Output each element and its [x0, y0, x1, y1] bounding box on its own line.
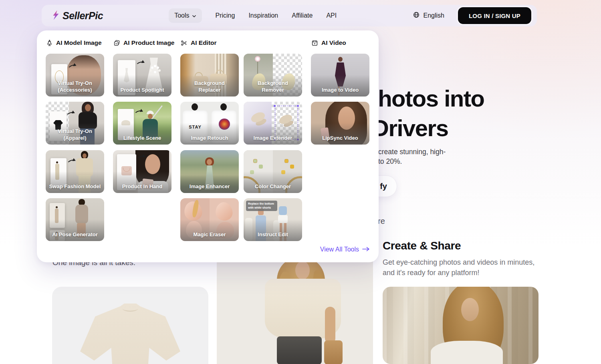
category-label: AI Editor: [191, 39, 217, 46]
model-face: [83, 153, 87, 158]
language-label: English: [423, 12, 444, 19]
mannequin-icon: [46, 40, 53, 46]
tool-label: Swap Fashion Model: [46, 183, 104, 190]
flower-stem: [257, 60, 258, 74]
flower: [255, 56, 260, 62]
tool-card-background-replacer[interactable]: Background Replacer: [180, 54, 239, 97]
tool-card-virtual-try-on-accessories[interactable]: Virtual Try-On (Accessories): [46, 54, 104, 97]
nav-tools-label: Tools: [174, 12, 189, 19]
bolt-icon: [52, 10, 60, 22]
golfer-head: [148, 114, 153, 119]
tool-label: Image Extender: [244, 135, 302, 142]
nav-item-tools[interactable]: Tools: [169, 8, 202, 23]
logo[interactable]: SellerPic: [52, 10, 103, 22]
beanie-head: [220, 103, 227, 111]
tool-label: Product Spotlight: [113, 87, 171, 94]
header: SellerPic Tools Pricing Inspiration Affi…: [42, 5, 537, 26]
tool-card-image-extender[interactable]: Image Extender: [244, 102, 302, 145]
page: Photos into Drivers create stunning, hig…: [0, 0, 601, 364]
nav-item-inspiration[interactable]: Inspiration: [248, 12, 278, 19]
blouse-graphic: [80, 304, 180, 364]
tool-card-image-to-video[interactable]: Image to Video: [311, 54, 369, 97]
model-face: [461, 298, 479, 321]
hero-subtext-line2: to 20%.: [378, 157, 402, 166]
tool-card-magic-eraser[interactable]: Magic Eraser: [180, 198, 239, 241]
globe-icon: [413, 11, 420, 20]
tool-card-ai-pose-generator[interactable]: AI Pose Generator: [46, 198, 104, 241]
transfer-arrow-icon: [136, 60, 147, 68]
tool-label: Lifestyle Scene: [113, 135, 171, 142]
category-label: AI Video: [321, 39, 346, 46]
tool-card-lifestyle-scene[interactable]: Lifestyle Scene: [113, 102, 171, 145]
login-signup-button[interactable]: LOG IN / SIGN UP: [458, 7, 531, 24]
tool-label: Virtual Try-On (Accessories): [46, 80, 104, 94]
green-gems: [253, 159, 257, 163]
tool-label: Image Retouch: [180, 135, 239, 142]
nav-item-api[interactable]: API: [326, 12, 337, 19]
hero-heading-line1: Photos into: [363, 85, 484, 112]
tool-card-image-retouch[interactable]: STAY Image Retouch: [180, 102, 239, 145]
category-ai-video: AI Video: [311, 39, 346, 46]
tool-label: Background Remover: [244, 80, 302, 94]
tool-card-product-in-hand[interactable]: Product In Hand: [113, 150, 171, 193]
tool-label: Virtual Try-On (Apparel): [46, 128, 104, 142]
selection-handle: [297, 105, 299, 107]
view-all-label: View All Tools: [320, 246, 359, 253]
category-ai-editor: AI Editor: [181, 39, 217, 46]
tool-label: Instruct Edit: [244, 231, 302, 238]
category-ai-model-image: AI Model Image: [46, 39, 102, 46]
tool-label: AI Pose Generator: [46, 231, 104, 238]
category-label: AI Product Image: [123, 39, 174, 46]
model-face: [207, 159, 212, 165]
category-ai-product-image: AI Product Image: [113, 39, 174, 46]
yellow-gems: [284, 159, 288, 163]
tool-label: Image to Video: [311, 87, 369, 94]
model-photo-right: [383, 287, 538, 364]
hero-subtext-line1: create stunning, high-: [378, 148, 446, 156]
tools-dropdown-menu: AI Model Image AI Product Image AI Edi: [37, 30, 379, 262]
arrow-right-icon: [362, 246, 370, 253]
tool-card-image-enhancer[interactable]: Image Enhancer: [180, 150, 239, 193]
view-all-tools-link[interactable]: View All Tools: [320, 246, 370, 253]
model-bag: [324, 340, 343, 364]
product-blouse-image: [52, 287, 208, 364]
tool-label: Color Changer: [244, 183, 302, 190]
model-face: [295, 261, 310, 280]
model-photo-center: [217, 259, 373, 364]
selection-handle: [274, 105, 276, 107]
video-icon: [311, 40, 318, 46]
model-sweater: [431, 341, 503, 364]
scissors-icon: [181, 40, 188, 46]
tool-card-instruct-edit[interactable]: Replace the bottom with white shorts Ins…: [244, 198, 302, 241]
model-jeans: [277, 336, 322, 364]
chevron-down-icon: [192, 12, 196, 19]
header-right: English LOG IN / SIGN UP: [413, 7, 531, 24]
tool-card-swap-fashion-model[interactable]: Swap Fashion Model: [46, 150, 104, 193]
tool-card-product-spotlight[interactable]: Product Spotlight: [113, 54, 171, 97]
tool-card-lipsync-video[interactable]: LipSync Video: [311, 102, 369, 145]
create-share-body: Get eye-catching photos and videos in mi…: [383, 257, 544, 278]
model-arm: [325, 307, 335, 344]
category-label: AI Model Image: [56, 39, 102, 46]
language-selector[interactable]: English: [413, 11, 444, 20]
nav-item-pricing[interactable]: Pricing: [216, 12, 235, 19]
create-share-heading: Create & Share: [383, 239, 461, 252]
transfer-arrow-icon: [134, 109, 145, 117]
stacked-photos-icon: [113, 40, 120, 46]
tool-card-background-remover[interactable]: Background Remover: [244, 54, 302, 97]
tool-card-virtual-try-on-apparel[interactable]: Virtual Try-On (Apparel): [46, 102, 104, 145]
tool-label: Background Replacer: [180, 80, 239, 94]
sponge: [214, 201, 234, 221]
tool-card-color-changer[interactable]: Color Changer: [244, 150, 302, 193]
hero-heading-line2: Drivers: [372, 115, 448, 141]
model-head: [338, 57, 343, 62]
beanie-head: [192, 103, 198, 111]
tool-label: Magic Eraser: [180, 231, 239, 238]
logo-text: SellerPic: [63, 10, 103, 22]
blue-top: [279, 206, 287, 215]
pearl-necklace: [154, 65, 156, 67]
nav-item-affiliate[interactable]: Affiliate: [292, 12, 313, 19]
tool-label: Image Enhancer: [180, 183, 239, 190]
instruct-prompt-tooltip: Replace the bottom with white shorts: [246, 201, 277, 211]
section-heading-fragment: re: [378, 217, 385, 226]
